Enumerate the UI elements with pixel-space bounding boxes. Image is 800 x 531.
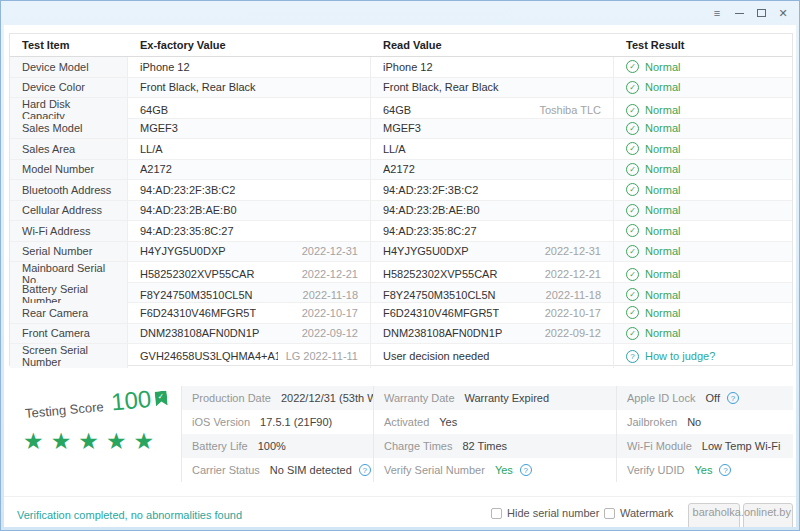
read-cell: LL/A [371,139,614,159]
ex-factory-date: 2022-12-21 [302,268,358,280]
table-row: Hard Disk Capacity64GB64GBToshiba TLC✓No… [10,98,792,119]
ex-factory-cell: 94:AD:23:35:8C:27 [128,221,371,241]
test-result-label: Normal [645,268,680,280]
test-result-cell: ✓Normal [614,303,792,323]
read-value: 64GB [383,104,411,116]
score-value: 100 [110,389,152,412]
summary-item-value: Low Temp Wi-Fi [702,440,781,452]
ex-factory-cell: 94:AD:23:2B:AE:B0 [128,201,371,221]
ex-factory-cell: H4YJYG5U0DXP2022-12-31 [128,242,371,262]
summary-column: Apple ID LockOff?JailbrokenNoWi-Fi Modul… [616,386,793,482]
maximize-icon [757,9,766,17]
summary-item-label: Activated [384,416,429,428]
table-row: Mainboard Serial No.H58252302XVP55CAR202… [10,262,792,283]
check-circle-icon: ✓ [626,104,639,117]
read-cell: 94:AD:23:2F:3B:C2 [371,180,614,200]
test-item-label: Rear Camera [10,303,128,323]
help-icon[interactable]: ? [520,464,532,476]
summary-item-label: Production Date [192,392,271,404]
test-item-label: Front Camera [10,324,128,344]
score-line: Testing Score 100 ✓ [24,388,168,425]
col-header-read-value: Read Value [371,39,614,51]
summary-column: Warranty DateWarranty ExpiredActivatedYe… [373,386,616,482]
check-circle-icon: ✓ [626,288,639,301]
watermark-checkbox[interactable]: Watermark [604,507,673,519]
test-result-label: Normal [645,163,680,175]
read-value: User decision needed [383,350,489,362]
summary-row: Warranty DateWarranty Expired [374,386,616,410]
test-table: Test Item Ex-factory Value Read Value Te… [9,33,793,366]
test-item-label: Wi-Fi Address [10,221,128,241]
test-result-cell: ✓Normal [614,221,792,241]
ex-factory-date: 2022-12-31 [302,245,358,257]
read-cell: iPhone 12 [371,57,614,77]
ex-factory-value: H58252302XVP55CAR [140,268,254,280]
ex-factory-value: MGEF3 [140,122,178,134]
ex-factory-cell: F6D24310V46MFGR5T2022-10-17 [128,303,371,323]
score-stars: ★★★★★ [23,428,161,455]
col-header-test-result: Test Result [614,39,792,51]
read-value: iPhone 12 [383,61,433,73]
test-item-label: Sales Area [10,139,128,159]
summary-item-label: Apple ID Lock [627,392,695,404]
check-circle-icon: ✓ [626,268,639,281]
maximize-button[interactable] [753,5,769,21]
check-circle-icon: ✓ [626,142,639,155]
summary-item-value: No SIM detected [270,464,352,476]
test-result-label: Normal [645,204,680,216]
table-row: Battery Serial NumberF8Y24750M3510CL5N20… [10,283,792,304]
table-row: Bluetooth Address94:AD:23:2F:3B:C294:AD:… [10,180,792,201]
help-icon[interactable]: ? [719,464,731,476]
test-result-label: Normal [645,245,680,257]
ex-factory-cell: LL/A [128,139,371,159]
checkbox-icon[interactable] [491,508,502,519]
read-cell: Front Black, Rear Black [371,78,614,98]
ex-factory-date: 2022-11-18 [303,289,358,301]
test-result-label: Normal [645,81,680,93]
ex-factory-cell: GVH24658US3LQHMA4+A16...LG 2022-11-11 [128,344,371,368]
summary-item-label: Verify UDID [627,464,684,476]
ex-factory-value: 64GB [140,104,168,116]
check-circle-icon: ✓ [626,327,639,340]
check-circle-icon: ✓ [626,306,639,319]
test-result-cell: ✓Normal [614,324,792,344]
minimize-button[interactable] [731,5,747,21]
ex-factory-value: F6D24310V46MFGR5T [140,307,256,319]
test-result-label: Normal [645,143,680,155]
test-result-label: Normal [645,289,680,301]
test-item-label: Screen Serial Number [10,344,128,368]
test-item-label: Cellular Address [10,201,128,221]
summary-item-label: Charge Times [384,440,452,452]
check-circle-icon: ✓ [626,60,639,73]
col-header-ex-factory: Ex-factory Value [128,39,371,51]
summary-item-value: Off [705,392,719,404]
app-window: ≡ ✕ Test Item Ex-factory Value Read Valu… [0,0,800,531]
table-row: Device ModeliPhone 12iPhone 12✓Normal [10,57,792,78]
summary-item-value: 100% [258,440,286,452]
ex-factory-value: A2172 [140,163,172,175]
help-icon[interactable]: ? [359,464,371,476]
menu-button[interactable]: ≡ [709,5,725,21]
how-to-judge-link[interactable]: How to judge? [645,350,715,362]
ex-factory-value: 94:AD:23:2B:AE:B0 [140,204,237,216]
help-icon[interactable]: ? [727,392,739,404]
read-value: Front Black, Rear Black [383,81,499,93]
checkbox-icon[interactable] [604,508,615,519]
hide-serial-checkbox[interactable]: Hide serial number [491,507,599,519]
check-circle-icon: ✓ [626,183,639,196]
ex-factory-value: H4YJYG5U0DXP [140,245,226,257]
ex-factory-value: Front Black, Rear Black [140,81,256,93]
question-circle-icon[interactable]: ? [626,350,639,363]
read-cell: User decision needed [371,344,614,368]
ex-factory-cell: 94:AD:23:2F:3B:C2 [128,180,371,200]
read-note: 2022-10-17 [545,307,601,319]
table-row: Front CameraDNM238108AFN0DN1P2022-09-12D… [10,324,792,345]
table-row: Sales ModelMGEF3MGEF3✓Normal [10,119,792,140]
score-badge-icon: ✓ [154,391,167,407]
check-circle-icon: ✓ [626,245,639,258]
test-result-cell: ✓Normal [614,160,792,180]
table-row: Model NumberA2172A2172✓Normal [10,160,792,181]
close-button[interactable]: ✕ [775,5,791,21]
ex-factory-value: LL/A [140,143,163,155]
table-row: Device ColorFront Black, Rear BlackFront… [10,78,792,99]
